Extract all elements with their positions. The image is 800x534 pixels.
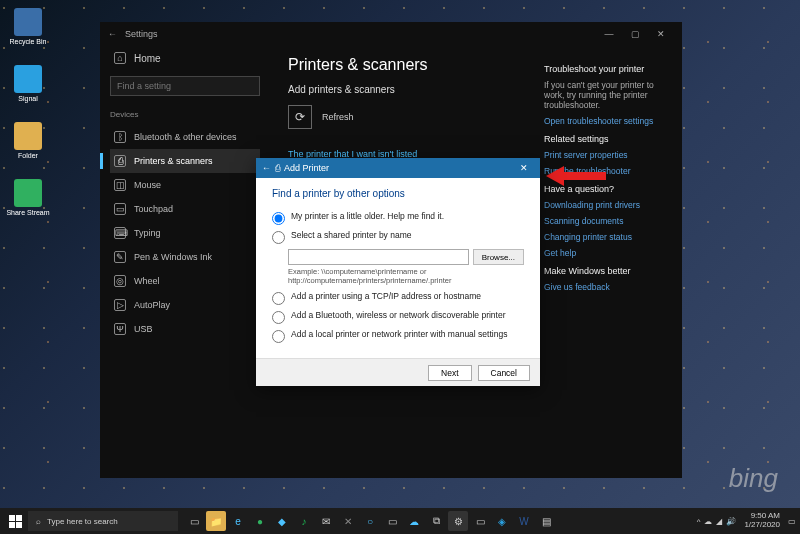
bing-watermark: bing [729,463,778,494]
link-get-help[interactable]: Get help [544,248,670,258]
taskbar-app[interactable]: ▭ [470,511,490,531]
system-tray[interactable]: ^ ☁ ◢ 🔊 9:50 AM 1/27/2020 ▭ [697,512,796,530]
browse-button[interactable]: Browse... [473,249,524,265]
maximize-button[interactable]: ▢ [622,24,648,44]
clock-date: 1/27/2020 [744,521,780,530]
taskbar-app[interactable]: ▭ [382,511,402,531]
sidebar-item-autoplay[interactable]: ▷AutoPlay [110,293,260,317]
home-icon: ⌂ [114,52,126,64]
desktop-icon-signal[interactable]: Signal [6,65,50,102]
taskbar-app[interactable]: ⚙ [448,511,468,531]
option-shared-printer[interactable]: Select a shared printer by name [272,230,524,244]
sidebar-item-typing[interactable]: ⌨Typing [110,221,260,245]
cancel-button[interactable]: Cancel [478,365,530,381]
tray-volume-icon[interactable]: 🔊 [726,517,736,526]
taskbar-app[interactable]: ☁ [404,511,424,531]
taskbar-app[interactable]: ⧉ [426,511,446,531]
notifications-icon[interactable]: ▭ [788,517,796,526]
settings-sidebar: ⌂ Home Devices ᛒBluetooth & other device… [100,46,270,478]
windows-icon [9,515,22,528]
home-button[interactable]: ⌂ Home [110,46,260,70]
close-button[interactable]: ✕ [648,24,674,44]
task-view-button[interactable]: ▭ [184,511,204,531]
desktop-icon-share[interactable]: Share Stream [6,179,50,216]
search-placeholder: Type here to search [47,517,118,526]
link-feedback[interactable]: Give us feedback [544,282,670,292]
link-run-troubleshooter[interactable]: Run the troubleshooter [544,166,670,176]
taskbar-app[interactable]: ✉ [316,511,336,531]
taskbar-app[interactable]: ◈ [492,511,512,531]
link-open-troubleshooter[interactable]: Open troubleshooter settings [544,116,670,126]
sidebar-item-wheel[interactable]: ◎Wheel [110,269,260,293]
cortana-button[interactable]: ○ [360,511,380,531]
taskbar-app[interactable]: ◆ [272,511,292,531]
shared-printer-input[interactable] [288,249,469,265]
link-scanning[interactable]: Scanning documents [544,216,670,226]
svg-rect-3 [16,522,22,528]
radio-older[interactable] [272,212,285,225]
back-arrow-icon[interactable]: ← [262,163,271,173]
window-titlebar: ← Settings ― ▢ ✕ [100,22,682,46]
taskbar-clock[interactable]: 9:50 AM 1/27/2020 [740,512,784,530]
next-button[interactable]: Next [428,365,471,381]
link-download-drivers[interactable]: Downloading print drivers [544,200,670,210]
back-icon[interactable]: ← [108,29,117,39]
sidebar-item-mouse[interactable]: ◫Mouse [110,173,260,197]
sidebar-item-touchpad[interactable]: ▭Touchpad [110,197,260,221]
sidebar-item-bluetooth[interactable]: ᛒBluetooth & other devices [110,125,260,149]
radio-shared[interactable] [272,231,285,244]
sidebar-section-label: Devices [110,110,260,119]
svg-rect-1 [16,515,22,521]
option-bluetooth[interactable]: Add a Bluetooth, wireless or network dis… [272,310,524,324]
option-older-printer[interactable]: My printer is a little older. Help me fi… [272,211,524,225]
taskbar-search[interactable]: ⌕ Type here to search [28,511,178,531]
page-title: Printers & scanners [288,56,514,74]
refresh-icon: ⟳ [295,110,305,124]
link-print-server[interactable]: Print server properties [544,150,670,160]
example-text: Example: \\computername\printername or h… [288,267,524,285]
minimize-button[interactable]: ― [596,24,622,44]
home-label: Home [134,53,161,64]
aside-heading-related: Related settings [544,134,670,144]
radio-bluetooth[interactable] [272,311,285,324]
mouse-icon: ◫ [114,179,126,191]
settings-aside: Troubleshoot your printer If you can't g… [532,46,682,478]
sidebar-item-usb[interactable]: ΨUSB [110,317,260,341]
option-tcpip[interactable]: Add a printer using a TCP/IP address or … [272,291,524,305]
option-local[interactable]: Add a local printer or network printer w… [272,329,524,343]
wheel-icon: ◎ [114,275,126,287]
taskbar-app[interactable]: 📁 [206,511,226,531]
settings-search-input[interactable] [110,76,260,96]
tray-cloud-icon[interactable]: ☁ [704,517,712,526]
dialog-title: Add Printer [284,163,329,173]
link-printer-status[interactable]: Changing printer status [544,232,670,242]
sidebar-item-pen[interactable]: ✎Pen & Windows Ink [110,245,260,269]
taskbar-app[interactable]: ♪ [294,511,314,531]
usb-icon: Ψ [114,323,126,335]
radio-tcpip[interactable] [272,292,285,305]
svg-rect-0 [9,515,15,521]
start-button[interactable] [4,510,26,532]
taskbar-app[interactable]: ● [250,511,270,531]
pen-icon: ✎ [114,251,126,263]
taskbar-app[interactable]: ✕ [338,511,358,531]
aside-heading-feedback: Make Windows better [544,266,670,276]
taskbar-app[interactable]: e [228,511,248,531]
tray-chevron-icon[interactable]: ^ [697,517,701,526]
add-printer-dialog: ← ⎙ Add Printer ✕ Find a printer by othe… [256,158,540,386]
sidebar-item-printers[interactable]: ⎙Printers & scanners [110,149,260,173]
autoplay-icon: ▷ [114,299,126,311]
desktop-icon-folder[interactable]: Folder [6,122,50,159]
bluetooth-icon: ᛒ [114,131,126,143]
desktop-icon-recycle[interactable]: Recycle Bin [6,8,50,45]
section-title: Add printers & scanners [288,84,514,95]
taskbar-app[interactable]: ▤ [536,511,556,531]
taskbar-app[interactable]: W [514,511,534,531]
refresh-button[interactable]: ⟳ [288,105,312,129]
taskbar: ⌕ Type here to search ▭ 📁 e ● ◆ ♪ ✉ ✕ ○ … [0,508,800,534]
dialog-heading: Find a printer by other options [272,188,524,199]
touchpad-icon: ▭ [114,203,126,215]
tray-wifi-icon[interactable]: ◢ [716,517,722,526]
dialog-close-button[interactable]: ✕ [514,159,534,177]
radio-local[interactable] [272,330,285,343]
